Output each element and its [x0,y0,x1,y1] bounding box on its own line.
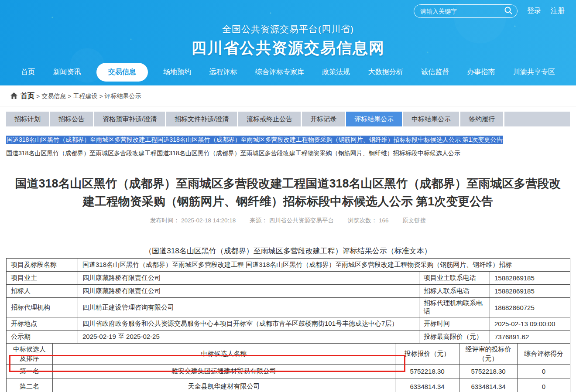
nav-item-big-data[interactable]: 大数据分析 [366,63,406,81]
tab-prequalification-addendum[interactable]: 资格预审补遗/澄清 [94,112,165,126]
reviewed-bid-cell: 5752218.30 [459,365,518,378]
bid-price-header: 投标报价（元） [395,344,459,365]
publish-time: 发布时间： 2025-02-18 14:20:18 [150,217,236,224]
result-item[interactable]: 国道318名山区黑竹（成都界）至雨城区多营段改建工程国道318名山区黑竹（成都界… [6,149,570,157]
breadcrumb: 首页 > 交易信息 > 工程建设 > 评标结果公示 [0,85,576,106]
tenderer-phone-label: 招标人联系电话 [419,285,490,298]
rank-cell: 第一名 [7,365,53,378]
header-topbar: 登录 注册 [414,4,565,18]
score-cell: 0 [518,378,570,392]
nav-item-news[interactable]: 新闻资讯 [50,63,83,81]
tab-contract-performance[interactable]: 签约履行 [460,112,503,126]
reviewed-bid-cell: 6334814.34 [459,378,518,392]
home-icon [10,92,17,100]
rank-cell: 第二名 [7,378,53,392]
breadcrumb-engineering[interactable]: 工程建设 [73,92,97,100]
tab-winning-result[interactable]: 中标结果公示 [403,112,459,126]
tab-bid-opening-record[interactable]: 开标记录 [302,112,345,126]
search-button[interactable] [504,6,513,16]
result-item-selected[interactable]: 国道318名山区黑竹（成都界）至雨城区多营段改建工程国道318名山区黑竹（成都界… [6,135,570,144]
owner-value: 四川康藏路桥有限责任公司 [78,272,419,285]
nav-item-policies[interactable]: 政策法规 [319,63,353,81]
candidate-row-1: 第一名 雅安交建集团运通建材贸易有限公司 5752218.30 5752218.… [7,365,570,378]
max-price-label: 投标最高限价（元） [419,331,490,344]
score-header: 综合评标得分 [518,344,570,365]
project-name-label: 项目及标段名称 [7,259,78,272]
article-title: 国道318名山区黑竹（成都界）至雨城区多营段改建工程国道318名山区黑竹（成都界… [15,175,561,211]
nav-item-home[interactable]: 首页 [18,63,38,81]
rank-header: 中标候选人及排序 [7,344,53,365]
candidate-name-cell: 雅安交建集团运通建材贸易有限公司 [53,365,395,378]
register-link[interactable]: 注册 [551,7,565,16]
table-caption: （国道318名山区黑竹（成都界）至雨城区多营段改建工程）评标结果公示（标准文本） [0,246,576,256]
max-price-value: 7376891.62 [490,331,570,344]
project-info-table: 项目及标段名称 国道318名山区黑竹（成都界）至雨城区多营段改建工程 国道318… [6,258,570,344]
tables-wrap: 项目及标段名称 国道318名山区黑竹（成都界）至雨城区多营段改建工程 国道318… [6,258,570,392]
project-name-value: 国道318名山区黑竹（成都界）至雨城区多营段改建工程 国道318名山区黑竹（成都… [78,259,570,272]
candidates-table: 中标候选人及排序 中标候选人名称 投标报价（元） 经评审的投标价（元） 综合评标… [6,343,570,392]
article-meta: 发布时间： 2025-02-18 14:20:18 来源： 四川省公共资源交易平… [0,217,576,225]
publicity-period-label: 公示期 [7,331,78,344]
reviewed-bid-header: 经评审的投标价（元） [459,344,518,365]
table-row: 开标地点 四川省政府政务服务和公共资源交易服务中心本项目开标室（成都市青羊区鼓楼… [7,317,570,331]
tab-strip-filler [504,112,570,126]
breadcrumb-separator: > [68,93,71,100]
owner-label: 项目业主 [7,272,78,285]
publicity-period-value: 2025-02-19 至 2025-02-25 [78,331,419,344]
agency-phone-label: 招标代理机构联系电话 [419,298,490,317]
result-item-selected-text: 国道318名山区黑竹（成都界）至雨城区多营段改建工程国道318名山区黑竹（成都界… [6,136,503,144]
tab-bidding-announcement[interactable]: 招标公告 [50,112,93,126]
breadcrumb-separator: > [99,93,103,100]
nav-item-service-guide[interactable]: 办事指南 [465,63,498,81]
view-count: 浏览次数： 166 [348,217,389,224]
breadcrumb-separator: > [36,93,40,100]
tab-failed-terminated[interactable]: 流标或终止公告 [238,112,301,126]
main-nav: 首页 新闻资讯 交易信息 场地预约 远程评标 综合评标专家库 政策法规 大数据分… [0,63,576,82]
agency-label: 招标代理机构 [7,298,78,317]
tenderer-label: 招标人 [7,285,78,298]
score-cell: 0 [518,365,570,378]
search-box [414,4,518,18]
nav-item-expert-library[interactable]: 综合评标专家库 [253,63,307,81]
nav-item-credit-supervision[interactable]: 诚信监督 [418,63,452,81]
nav-item-chuanyu-zone[interactable]: 川渝共享专区 [511,63,558,81]
search-icon [504,6,513,16]
opening-time-value: 2025-02-13 09:00:00 [490,317,570,331]
table-row: 招标人 四川康藏路桥有限责任公司 招标人联系电话 15882869185 [7,285,570,298]
owner-phone-label: 项目业主联系电话 [419,272,490,285]
breadcrumb-trade-info[interactable]: 交易信息 [41,92,66,100]
bid-price-cell: 5752218.30 [395,365,459,378]
tab-evaluation-result[interactable]: 评标结果公示 [346,112,402,126]
agency-value: 四川精正建设管理咨询有限公司 [78,298,419,317]
table-row: 公示期 2025-02-19 至 2025-02-25 投标最高限价（元） 73… [7,331,570,344]
candidate-name-header: 中标候选人名称 [53,344,395,365]
nav-item-remote-evaluation[interactable]: 远程评标 [207,63,240,81]
owner-phone-value: 15882869185 [490,272,570,285]
result-list: 国道318名山区黑竹（成都界）至雨城区多营段改建工程国道318名山区黑竹（成都界… [6,135,570,157]
search-input[interactable] [420,8,504,15]
table-row: 项目及标段名称 国道318名山区黑竹（成都界）至雨城区多营段改建工程 国道318… [7,259,570,272]
nav-item-trade-info[interactable]: 交易信息 [96,63,148,82]
table-row: 招标代理机构 四川精正建设管理咨询有限公司 招标代理机构联系电话 1868286… [7,298,570,317]
tab-bid-document-addendum[interactable]: 招标文件补遗/澄清 [166,112,237,126]
site-header: 登录 注册 全国公共资源交易平台(四川省) 四川省公共资源交易信息网 首页 新闻… [0,0,576,85]
candidates-header-row: 中标候选人及排序 中标候选人名称 投标报价（元） 经评审的投标价（元） 综合评标… [7,344,570,365]
nav-item-venue-booking[interactable]: 场地预约 [161,63,194,81]
opening-time-label: 开标时间 [419,317,490,331]
candidate-row-2: 第二名 天全县凯华建材有限公司 6334814.34 6334814.34 0 [7,378,570,392]
opening-place-value: 四川省政府政务服务和公共资源交易服务中心本项目开标室（成都市青羊区鼓楼南街101… [78,317,419,331]
bid-price-cell: 6334814.34 [395,378,459,392]
login-link[interactable]: 登录 [527,7,541,16]
tenderer-value: 四川康藏路桥有限责任公司 [78,285,419,298]
source: 来源： 四川省公共资源交易平台 [250,217,334,224]
opening-place-label: 开标地点 [7,317,78,331]
tenderer-phone-value: 15882869185 [490,285,570,298]
breadcrumb-home[interactable]: 首页 [21,92,34,101]
agency-phone-value: 18682860725 [490,298,570,317]
table-row: 项目业主 四川康藏路桥有限责任公司 项目业主联系电话 15882869185 [7,272,570,285]
breadcrumb-evaluation-result[interactable]: 评标结果公示 [105,92,141,100]
candidate-name-cell: 天全县凯华建材有限公司 [53,378,395,392]
platform-title: 全国公共资源交易平台(四川省) [0,23,576,35]
original-link[interactable]: 原文链接 [402,217,426,224]
tab-bidding-plan[interactable]: 招标计划 [6,112,49,126]
